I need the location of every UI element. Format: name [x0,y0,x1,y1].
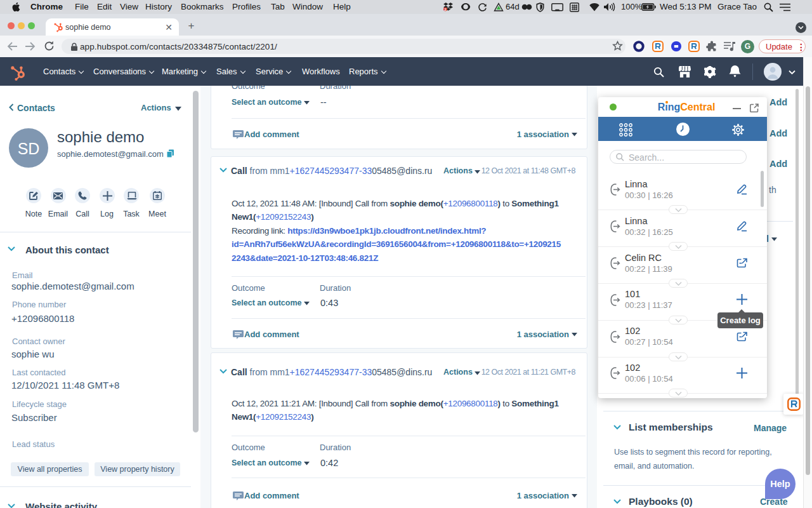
svg-text:2: 2 [444,8,446,11]
